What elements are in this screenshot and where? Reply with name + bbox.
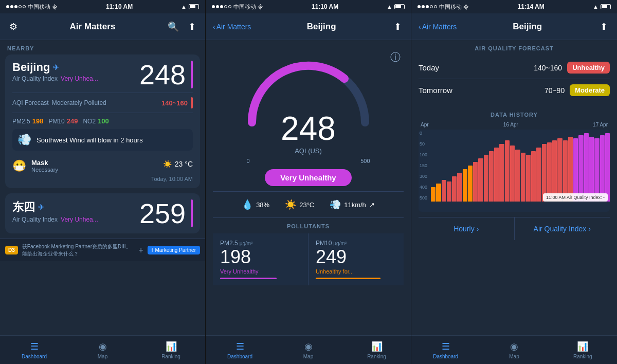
tab-bar-1: ☰ Dashboard ◉ Map 📊 Ranking	[0, 335, 205, 364]
tab-map-3[interactable]: ◉ Map	[480, 336, 548, 364]
forecast-status: Moderately Polluted	[52, 99, 106, 106]
aqi-link[interactable]: Air Quality Index ›	[515, 217, 610, 240]
hourly-link[interactable]: Hourly ›	[419, 217, 515, 240]
chart-bar	[510, 145, 515, 202]
signal-dots-2	[212, 5, 231, 8]
chart-bar	[552, 140, 557, 202]
ad-plus[interactable]: +	[138, 246, 143, 255]
tab-map-2[interactable]: ◉ Map	[274, 336, 342, 364]
pm10-unit: μg/m³	[333, 241, 347, 246]
status-time-3: 11:14 AM	[517, 3, 544, 10]
tab-dashboard-2[interactable]: ☰ Dashboard	[206, 336, 274, 364]
beijing-header: Beijing ✈ Air Quality Index Very Unhea..…	[12, 61, 193, 88]
dongsi-name: 东四 ✈	[12, 199, 139, 215]
share-icon-3[interactable]: ⬆	[598, 19, 610, 34]
dot5	[228, 5, 231, 8]
pm25-card: PM2.5 μg/m³ 198 Very Unhealthy	[213, 233, 308, 285]
mask-info: Mask Necessary	[31, 159, 58, 173]
status-time-1: 11:10 AM	[106, 3, 133, 10]
forecast-title: AIR QUALITY FORECAST	[419, 45, 610, 51]
gauge-min: 0	[247, 158, 250, 164]
tab-bar-3: ☰ Dashboard ◉ Map 📊 Ranking	[411, 335, 617, 364]
history-title: DATA HISTORY	[419, 112, 610, 118]
chart-bar	[515, 150, 520, 202]
tab-ranking-label: Ranking	[161, 354, 180, 359]
chart-bar	[431, 187, 435, 202]
aqi-bar-purple	[191, 61, 193, 88]
arrow-icon: ▲	[181, 4, 187, 10]
info-button[interactable]: ⓘ	[390, 50, 401, 64]
ad-fb[interactable]: f Marketing Partner	[148, 246, 200, 254]
chart-bar	[600, 135, 605, 202]
ranking-icon-3: 📊	[577, 341, 588, 352]
chart-bar	[473, 162, 478, 202]
tab-dashboard-1[interactable]: ☰ Dashboard	[0, 336, 68, 364]
mask-sub: Necessary	[31, 167, 58, 173]
gauge-value-container: 248 AQI (US)	[281, 112, 336, 155]
tab-map-label-2: Map	[303, 354, 313, 359]
share-icon[interactable]: ⬆	[186, 19, 198, 34]
dot5	[23, 5, 26, 8]
forecast-value: 140~160	[161, 99, 188, 107]
aqi-label-row: Air Quality Index Very Unhea...	[12, 75, 139, 82]
dongsi-card[interactable]: 东四 ✈ Air Quality Index Very Unhea... 259	[5, 193, 200, 233]
chart-bar	[447, 181, 451, 202]
search-icon[interactable]: 🔍	[166, 19, 181, 34]
forecast-tomorrow: Tomorrow 70~90 Moderate	[419, 79, 610, 101]
aqi-status: Very Unhea...	[61, 75, 98, 82]
tab-ranking-3[interactable]: 📊 Ranking	[549, 336, 617, 364]
settings-icon[interactable]: ⚙	[7, 19, 20, 34]
chart-bar	[452, 176, 457, 202]
fb-text: Marketing Partner	[155, 247, 196, 253]
dot1	[212, 5, 215, 8]
chart-bar	[531, 151, 536, 202]
tab-dashboard-3[interactable]: ☰ Dashboard	[411, 336, 480, 364]
tab-bar-2: ☰ Dashboard ◉ Map 📊 Ranking	[206, 335, 411, 364]
chart-bar	[573, 138, 578, 202]
dot3	[426, 5, 429, 8]
y-0: 0	[420, 131, 427, 136]
humidity-item: 💧 38%	[242, 199, 269, 210]
panel2-content: ⓘ 248 AQI (US) 0 500 Very Unhealthy 💧 38	[206, 40, 411, 335]
panel3-content: AIR QUALITY FORECAST Today 140~160 Unhea…	[411, 40, 617, 335]
battery-icon-3	[601, 4, 611, 9]
share-icon-2[interactable]: ⬆	[392, 19, 404, 34]
date-apr: Apr	[421, 122, 429, 128]
dot2	[10, 5, 13, 8]
chart-bar	[468, 166, 473, 202]
forecast-today: Today 140~160 Unhealthy	[419, 57, 610, 79]
map-icon-2: ◉	[304, 341, 313, 352]
beijing-card[interactable]: Beijing ✈ Air Quality Index Very Unhea..…	[5, 54, 200, 188]
tab-ranking-label-3: Ranking	[573, 354, 592, 359]
chart-bar	[557, 138, 562, 202]
dongsi-aqi-status: Very Unhea...	[61, 216, 98, 223]
page-title-3: Beijing	[457, 22, 598, 32]
location-arrow2: ✈	[38, 203, 44, 211]
temperature-info: ☀️ 23 °C	[163, 160, 193, 168]
back-button-3[interactable]: ‹ Air Matters	[419, 23, 457, 31]
forecast-tomorrow-label: Tomorrow	[419, 86, 545, 95]
map-icon: ◉	[99, 341, 107, 352]
bottom-links: Hourly › Air Quality Index ›	[419, 217, 610, 240]
chart-bar	[589, 137, 594, 202]
tab-map-1[interactable]: ◉ Map	[68, 336, 137, 364]
chart-bar	[494, 148, 499, 202]
status-right-1: ▲	[181, 4, 199, 10]
chart-bar	[594, 138, 599, 202]
back-button-2[interactable]: ‹ Air Matters	[213, 23, 251, 31]
wind-info-row: 💨 Southwest Wind will blow in 2 hours	[12, 129, 193, 151]
chart-bar	[605, 133, 610, 202]
signal-dots	[6, 5, 26, 8]
chart-bar	[436, 184, 441, 202]
status-left-3: 中国移动 令	[418, 3, 469, 11]
battery-icon	[189, 4, 199, 9]
pm10-card-status: Unhealthy for...	[316, 268, 396, 275]
tab-ranking-2[interactable]: 📊 Ranking	[342, 336, 411, 364]
y-500: 500	[420, 195, 427, 201]
wind-icon-p2: 💨	[330, 199, 341, 210]
pm25-bar	[220, 278, 277, 279]
back-text-2: Air Matters	[216, 23, 251, 31]
y-300: 300	[420, 174, 427, 179]
tab-ranking-1[interactable]: 📊 Ranking	[137, 336, 205, 364]
forecast-today-label: Today	[419, 63, 534, 72]
